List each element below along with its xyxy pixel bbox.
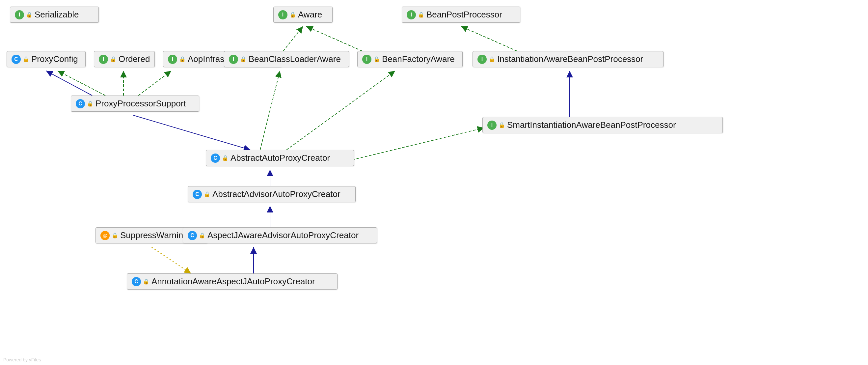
- node-serializable[interactable]: I 🔒 Serializable: [10, 7, 99, 23]
- node-annotationawareaspectjautoproxycreator[interactable]: C 🔒 AnnotationAwareAspectJAutoProxyCreat…: [127, 273, 338, 290]
- badge-aopinfrastructurebean: I: [168, 55, 177, 64]
- svg-line-15: [152, 247, 191, 273]
- node-aspectjawareadvisorautoproxycreator[interactable]: C 🔒 AspectJAwareAdvisorAutoProxyCreator: [183, 227, 377, 243]
- label-beanpostprocessor: BeanPostProcessor: [427, 9, 502, 20]
- label-aware: Aware: [298, 9, 322, 20]
- badge-aspectjawareadvisorautoproxycreator: C: [188, 231, 197, 240]
- node-beanclassloaderaware[interactable]: I 🔒 BeanClassLoaderAware: [224, 51, 349, 67]
- svg-line-3: [260, 71, 280, 150]
- label-smartinstantiationawarebeanpostprocessor: SmartInstantiationAwareBeanPostProcessor: [507, 120, 676, 130]
- badge-serializable: I: [15, 10, 24, 20]
- svg-line-9: [286, 71, 395, 150]
- node-beanfactoryaware[interactable]: I 🔒 BeanFactoryAware: [357, 51, 463, 67]
- node-ordered[interactable]: I 🔒 Ordered: [94, 51, 155, 67]
- node-abstractadvisorautoproxycreator[interactable]: C 🔒 AbstractAdvisorAutoProxyCreator: [188, 186, 355, 202]
- badge-aware: I: [278, 10, 287, 20]
- label-abstractautoproxycreator: AbstractAutoProxyCreator: [230, 153, 330, 163]
- label-proxyconfig: ProxyConfig: [31, 54, 78, 64]
- node-proxyprocessorsupport[interactable]: C 🔒 ProxyProcessorSupport: [71, 95, 199, 112]
- node-beanpostprocessor[interactable]: I 🔒 BeanPostProcessor: [402, 7, 520, 23]
- node-smartinstantiationawarebeanpostprocessor[interactable]: I 🔒 SmartInstantiationAwareBeanPostProce…: [483, 117, 723, 133]
- badge-smartinstantiationawarebeanpostprocessor: I: [487, 121, 497, 130]
- diagram-container: I 🔒 Serializable I 🔒 Aware I 🔒 BeanPostP…: [0, 0, 868, 365]
- badge-beanpostprocessor: I: [407, 10, 416, 20]
- badge-beanclassloaderaware: I: [229, 55, 238, 64]
- label-suppresswarnings: SuppressWarnings: [120, 230, 192, 241]
- svg-line-10: [352, 128, 484, 160]
- svg-line-6: [461, 26, 517, 51]
- badge-ordered: I: [99, 55, 108, 64]
- label-beanclassloaderaware: BeanClassLoaderAware: [249, 54, 341, 64]
- node-instantiationawarebeanpostprocessor[interactable]: I 🔒 InstantiationAwareBeanPostProcessor: [472, 51, 663, 67]
- label-beanfactoryaware: BeanFactoryAware: [382, 54, 455, 64]
- label-proxyprocessorsupport: ProxyProcessorSupport: [95, 98, 186, 109]
- badge-abstractautoproxycreator: C: [211, 153, 220, 163]
- badge-beanfactoryaware: I: [362, 55, 371, 64]
- svg-line-5: [306, 26, 362, 51]
- label-serializable: Serializable: [35, 9, 79, 20]
- node-proxyconfig[interactable]: C 🔒 ProxyConfig: [7, 51, 86, 67]
- svg-line-0: [58, 71, 105, 95]
- watermark: Powered by yFiles: [3, 357, 41, 362]
- label-abstractadvisorautoproxycreator: AbstractAdvisorAutoProxyCreator: [212, 189, 340, 199]
- svg-line-8: [133, 115, 250, 150]
- label-instantiationawarebeanpostprocessor: InstantiationAwareBeanPostProcessor: [497, 54, 643, 64]
- node-aware[interactable]: I 🔒 Aware: [273, 7, 333, 23]
- node-abstractautoproxycreator[interactable]: C 🔒 AbstractAutoProxyCreator: [206, 150, 354, 166]
- svg-line-7: [46, 71, 92, 95]
- label-annotationawareaspectjautoproxycreator: AnnotationAwareAspectJAutoProxyCreator: [152, 276, 315, 286]
- label-aspectjawareadvisorautoproxycreator: AspectJAwareAdvisorAutoProxyCreator: [208, 230, 359, 241]
- badge-instantiationawarebeanpostprocessor: I: [477, 55, 487, 64]
- svg-line-2: [138, 71, 171, 95]
- label-ordered: Ordered: [119, 54, 150, 64]
- badge-suppresswarnings: @: [100, 231, 110, 240]
- badge-annotationawareaspectjautoproxycreator: C: [132, 277, 141, 286]
- badge-proxyconfig: C: [11, 55, 21, 64]
- svg-line-4: [283, 26, 303, 51]
- badge-proxyprocessorsupport: C: [76, 99, 85, 109]
- badge-abstractadvisorautoproxycreator: C: [193, 190, 202, 199]
